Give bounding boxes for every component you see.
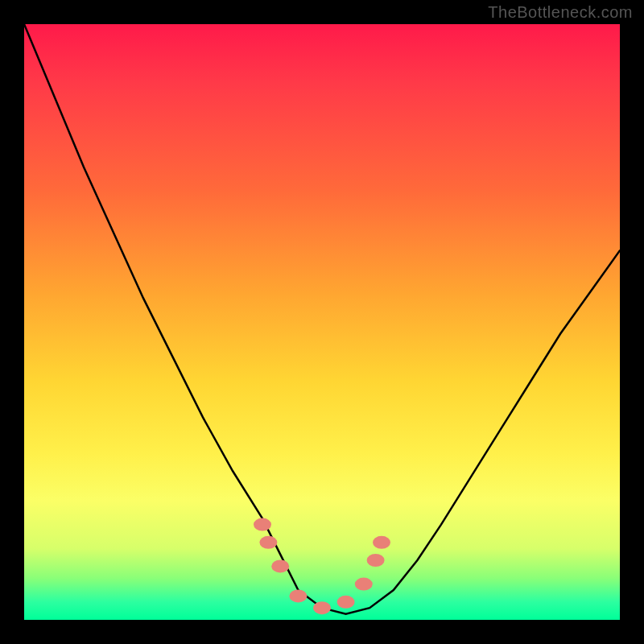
bottleneck-curve — [24, 24, 620, 614]
marker-point — [289, 589, 307, 602]
marker-point — [337, 596, 355, 609]
marker-point — [259, 536, 277, 549]
marker-point — [367, 554, 385, 567]
highlight-markers — [254, 518, 390, 615]
chart-container: TheBottleneck.com — [0, 0, 644, 644]
marker-point — [254, 518, 271, 531]
plot-area — [24, 24, 620, 620]
marker-point — [355, 578, 373, 591]
marker-point — [373, 536, 390, 549]
watermark-text: TheBottleneck.com — [488, 3, 633, 22]
marker-point — [271, 559, 289, 572]
marker-point — [313, 601, 331, 614]
chart-svg — [24, 24, 620, 620]
